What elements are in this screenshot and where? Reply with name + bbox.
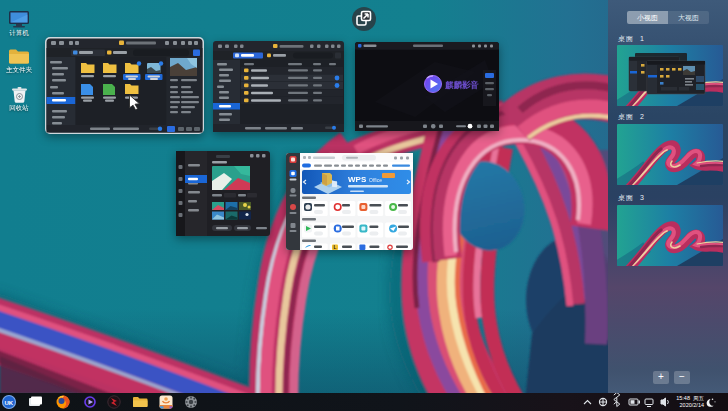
svg-text:L: L <box>334 244 337 250</box>
svg-text:WPS: WPS <box>348 175 367 184</box>
svg-text:Office: Office <box>369 177 382 183</box>
svg-text:UK: UK <box>5 400 14 406</box>
svg-text:麒麟影音: 麒麟影音 <box>444 80 479 90</box>
